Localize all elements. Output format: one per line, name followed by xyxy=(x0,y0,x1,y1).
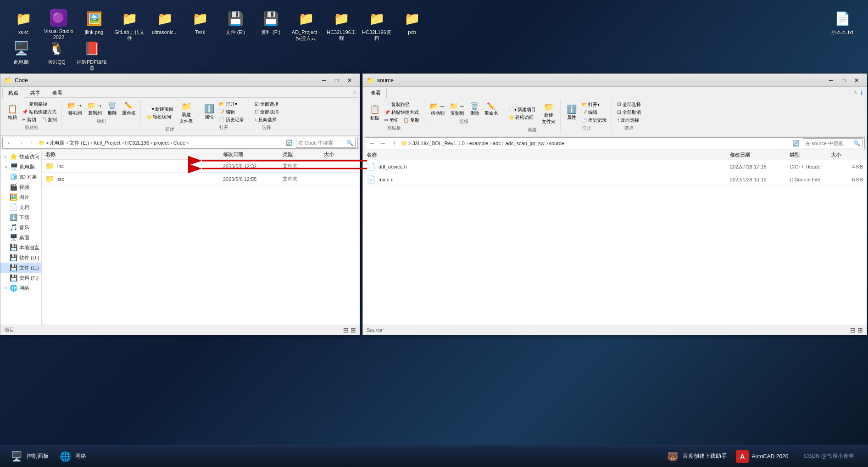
minimize-button-right[interactable]: ─ xyxy=(824,75,837,85)
new-folder-btn-right[interactable]: 📁 新建 文件夹 xyxy=(540,101,557,126)
paste-shortcut-btn-right[interactable]: 📌 粘贴快捷方式 xyxy=(383,109,421,116)
forward-btn-right[interactable]: → xyxy=(378,138,388,148)
invert-select-btn-right[interactable]: ↕ 反向选择 xyxy=(615,117,643,124)
copy-path-btn-left[interactable]: 📄 复制路径 xyxy=(20,101,59,108)
back-btn-left[interactable]: ← xyxy=(5,138,15,148)
delete-btn-left[interactable]: 🗑️ 删除 xyxy=(105,101,120,117)
nav-item-network[interactable]: > 🌐 网络 xyxy=(0,283,41,293)
easy-access-btn-left[interactable]: ⭐ 轻松访问 xyxy=(145,113,176,121)
nav-item-docs[interactable]: 📄 文档 xyxy=(0,202,41,212)
view-icon-large-left[interactable]: ⊞ xyxy=(351,326,356,334)
select-none-btn-left[interactable]: ☐ 全部取消 xyxy=(253,108,280,116)
search-box-left[interactable]: 🔍 xyxy=(296,138,356,148)
tab-view-left[interactable]: 查看 xyxy=(46,88,68,98)
rename-btn-right[interactable]: ✏️ 重命名 xyxy=(483,101,500,118)
select-all-btn-right[interactable]: ☑ 全部选择 xyxy=(615,101,643,108)
new-item-btn-right[interactable]: 📄▾ 新建项目 xyxy=(507,106,538,113)
view-icon-details-left[interactable]: ⊟ xyxy=(343,326,349,334)
copy-btn-right[interactable]: 📋 复制 xyxy=(401,117,421,124)
view-icon-large-right[interactable]: ⊞ xyxy=(857,326,863,334)
edit-btn-right[interactable]: 📝 编辑 xyxy=(579,109,608,116)
properties-btn-right[interactable]: ℹ️ 属性 xyxy=(564,103,579,122)
view-icon-details-right[interactable]: ⊟ xyxy=(850,326,856,334)
cut-btn-left[interactable]: ✂ 剪切 xyxy=(20,116,38,124)
tab-home-left[interactable]: 粘贴 xyxy=(2,88,24,98)
search-input-left[interactable] xyxy=(298,140,345,146)
refresh-btn-left[interactable]: 🔄 xyxy=(284,138,294,148)
back-btn-right[interactable]: ← xyxy=(367,138,377,148)
desktop-icon-ad[interactable]: 📁 AD_Project - 快捷方式 xyxy=(289,7,323,44)
nav-item-quick-access[interactable]: > ⭐ 快速访问 xyxy=(0,152,41,162)
desktop-icon-qq[interactable]: 🐧 腾讯QQ xyxy=(40,37,73,73)
desktop-icon-gitlab[interactable]: 📁 GitLab上传文件 xyxy=(113,7,146,44)
desktop-icon-tesk[interactable]: 📁 Tesk xyxy=(184,7,217,44)
invert-select-btn-left[interactable]: ↕ 反向选择 xyxy=(253,116,280,124)
close-button-left[interactable]: ✕ xyxy=(343,75,356,85)
new-item-btn-left[interactable]: 📄▾ 新建项目 xyxy=(145,106,176,113)
nav-item-c-drive[interactable]: 💾 本地磁盘 (C:) xyxy=(0,242,41,253)
taskbar-baidu-downloader[interactable]: 🐻 百度创建下载助手 xyxy=(662,448,729,465)
cut-btn-right[interactable]: ✂ 剪切 xyxy=(383,117,401,124)
select-none-btn-right[interactable]: ☐ 全部取消 xyxy=(615,109,643,116)
desktop-icon-hc32-data[interactable]: 📁 HC32L196资料 xyxy=(360,7,393,44)
tab-share-left[interactable]: 共享 xyxy=(24,88,46,98)
nav-item-this-pc[interactable]: ∨ 🖥️ 此电脑 xyxy=(0,162,41,172)
file-date-inc: 2023/5/8 12:32 xyxy=(223,163,283,169)
delete-btn-right[interactable]: 🗑️ 删除 xyxy=(467,101,482,118)
paste-button-left[interactable]: 📋 粘贴 xyxy=(5,103,20,122)
paste-button-right[interactable]: 📋 粘贴 xyxy=(367,103,382,122)
move-to-btn-right[interactable]: 📂→ 移动到 xyxy=(428,101,447,118)
nav-item-video[interactable]: 🎬 视频 xyxy=(0,182,41,192)
copy-btn-left[interactable]: 📋 复制 xyxy=(39,116,59,124)
nav-item-downloads[interactable]: ⬇️ 下载 xyxy=(0,212,41,222)
properties-btn-left[interactable]: ℹ️ 属性 xyxy=(202,103,217,121)
copy-to-btn-left[interactable]: 📁→ 复制到 xyxy=(85,101,105,117)
copy-to-btn-right[interactable]: 📁→ 复制到 xyxy=(448,101,467,118)
history-btn-right[interactable]: 🕐 历史记录 xyxy=(579,117,608,124)
search-box-right[interactable]: 🔍 xyxy=(803,138,862,148)
file-row-ddl[interactable]: 📄 ddl_device.h 2022/7/18 17:18 C/C++ Hea… xyxy=(363,160,867,173)
taskbar-autocad[interactable]: A AutoCAD 2020 xyxy=(733,449,791,464)
nav-item-f-drive[interactable]: 💾 资料 (F:) xyxy=(0,273,41,283)
open-btn-left[interactable]: 📂 打开▾ xyxy=(217,101,246,108)
nav-item-pics[interactable]: 🖼️ 图片 xyxy=(0,192,41,202)
tab-view-right[interactable]: 查看 xyxy=(365,88,387,98)
minimize-button-left[interactable]: ─ xyxy=(317,75,330,85)
up-btn-left[interactable]: ↑ xyxy=(27,138,37,148)
move-to-btn-left[interactable]: 📂→ 移动到 xyxy=(66,101,85,117)
paste-shortcut-btn-left[interactable]: 📌 粘贴快捷方式 xyxy=(20,108,59,116)
refresh-btn-right[interactable]: 🔄 xyxy=(791,138,801,148)
desktop-icon-xiaobentxt[interactable]: 📄 小本本.txt xyxy=(826,7,859,44)
edit-btn-left[interactable]: 📝 编辑 xyxy=(217,108,246,116)
desktop-icon-data-f[interactable]: 💾 资料 (F:) xyxy=(254,7,287,44)
close-button-right[interactable]: ✕ xyxy=(850,75,863,85)
new-folder-btn-left[interactable]: 📁 新建 文件夹 xyxy=(178,101,195,125)
rename-btn-left[interactable]: ✏️ 重命名 xyxy=(120,101,138,117)
file-row-main[interactable]: 📄 main.c 2022/1/26 13:19 C Source File 6… xyxy=(363,173,867,186)
taskbar-control-panel[interactable]: 🖥️ 控制面板 xyxy=(5,447,53,466)
easy-access-btn-right[interactable]: ⭐ 轻松访问 xyxy=(507,114,538,121)
file-row-inc[interactable]: 📁 inc 2023/5/8 12:32 文件夹 xyxy=(42,160,360,173)
nav-item-3d[interactable]: 🧊 3D 对象 xyxy=(0,172,41,182)
taskbar-network[interactable]: 🌐 网络 xyxy=(53,447,91,466)
desktop-icon-ultrasonic[interactable]: 📁 ultrasonic... xyxy=(148,7,181,44)
open-btn-right[interactable]: 📂 打开▾ xyxy=(579,101,608,108)
search-input-right[interactable] xyxy=(805,141,852,146)
select-all-btn-left[interactable]: ☑ 全部选择 xyxy=(253,101,280,108)
nav-item-music[interactable]: 🎵 音乐 xyxy=(0,222,41,232)
desktop-icon-this-pc[interactable]: 🖥️ 此电脑 xyxy=(5,37,38,73)
copy-path-btn-right[interactable]: 📄 复制路径 xyxy=(383,101,421,108)
history-btn-left[interactable]: 🕐 历史记录 xyxy=(217,116,246,124)
desktop-icon-hc32-proj[interactable]: 📁 HC32L196工程 xyxy=(325,7,358,44)
maximize-button-left[interactable]: □ xyxy=(330,75,343,85)
nav-item-desktop[interactable]: 🖥️ 桌面 xyxy=(0,232,41,242)
desktop-icon-file-e[interactable]: 💾 文件 (E:) xyxy=(219,7,252,44)
desktop-icon-pdf[interactable]: 📕 福昕PDF编辑器 xyxy=(75,37,108,73)
maximize-button-right[interactable]: □ xyxy=(837,75,850,85)
file-row-src[interactable]: 📁 src 2023/5/8 12:55 文件夹 xyxy=(42,173,360,186)
forward-btn-left[interactable]: → xyxy=(16,138,26,148)
nav-item-e-drive[interactable]: 💾 文件 (E:) xyxy=(0,263,41,273)
up-btn-right[interactable]: ↑ xyxy=(389,138,399,148)
nav-item-d-drive[interactable]: 💾 软件 (D:) xyxy=(0,253,41,263)
desktop-icon-pcb[interactable]: 📁 pcb xyxy=(395,7,428,44)
